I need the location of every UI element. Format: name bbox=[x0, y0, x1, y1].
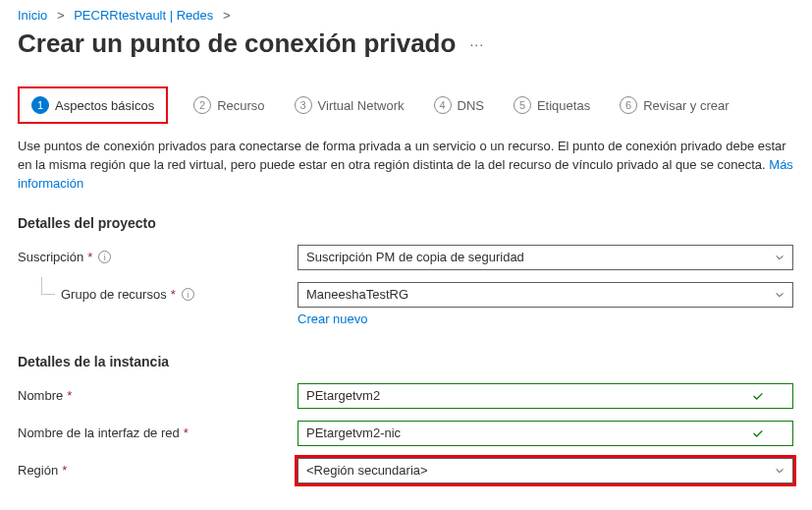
tree-branch-icon bbox=[41, 277, 55, 295]
nic-name-row: Nombre de la interfaz de red * PEtargetv… bbox=[18, 421, 794, 446]
resource-group-row: Grupo de recursos * i ManeeshaTestRG bbox=[18, 282, 794, 308]
checkmark-icon bbox=[751, 389, 765, 403]
tab-dns[interactable]: 4 DNS bbox=[430, 90, 488, 120]
subscription-select[interactable]: Suscripción PM de copia de seguridad bbox=[298, 245, 793, 270]
wizard-tabs: 1 Aspectos básicos 2 Recurso 3 Virtual N… bbox=[18, 86, 794, 124]
step-number-icon: 5 bbox=[514, 96, 531, 114]
input-value: PEtargetvm2-nic bbox=[306, 425, 401, 440]
chevron-down-icon bbox=[775, 466, 785, 476]
tab-tags[interactable]: 5 Etiquetas bbox=[510, 90, 594, 120]
tab-label: Etiquetas bbox=[537, 98, 590, 113]
info-icon[interactable]: i bbox=[98, 251, 111, 263]
subscription-row: Suscripción * i Suscripción PM de copia … bbox=[18, 245, 794, 270]
resource-group-select[interactable]: ManeeshaTestRG bbox=[298, 282, 793, 308]
step-number-icon: 1 bbox=[31, 96, 49, 114]
label-text: Región bbox=[18, 463, 58, 478]
step-number-icon: 6 bbox=[620, 96, 637, 114]
tab-resource[interactable]: 2 Recurso bbox=[189, 90, 268, 120]
select-value: Suscripción PM de copia de seguridad bbox=[306, 250, 524, 264]
tab-label: Aspectos básicos bbox=[55, 98, 154, 113]
required-icon: * bbox=[171, 287, 176, 302]
tab-label: Revisar y crear bbox=[643, 98, 729, 113]
create-new-resource-group-link[interactable]: Crear nuevo bbox=[298, 312, 368, 326]
breadcrumb: Inicio > PECRRtestvault | Redes > bbox=[18, 8, 794, 23]
region-label: Región * bbox=[18, 463, 298, 478]
label-text: Suscripción bbox=[18, 250, 83, 264]
section-project-details: Detalles del proyecto bbox=[18, 215, 794, 231]
input-value: PEtargetvm2 bbox=[306, 388, 380, 403]
required-icon: * bbox=[87, 250, 92, 264]
intro-body: Use puntos de conexión privados para con… bbox=[18, 139, 786, 172]
tab-label: Recurso bbox=[217, 98, 264, 113]
chevron-down-icon bbox=[775, 253, 785, 262]
name-input[interactable]: PEtargetvm2 bbox=[298, 383, 793, 409]
more-actions-button[interactable]: ··· bbox=[469, 36, 484, 52]
label-text: Grupo de recursos bbox=[61, 287, 167, 302]
checkmark-icon bbox=[751, 426, 765, 440]
required-icon: * bbox=[184, 425, 189, 440]
breadcrumb-home[interactable]: Inicio bbox=[18, 8, 47, 23]
step-number-icon: 4 bbox=[434, 96, 452, 114]
intro-text: Use puntos de conexión privados para con… bbox=[18, 138, 793, 194]
page-title: Crear un punto de conexión privado bbox=[18, 28, 456, 59]
page-title-row: Crear un punto de conexión privado ··· bbox=[18, 28, 794, 59]
tab-label: Virtual Network bbox=[318, 98, 405, 113]
tab-label: DNS bbox=[458, 98, 484, 113]
name-row: Nombre * PEtargetvm2 bbox=[18, 383, 794, 409]
label-text: Nombre de la interfaz de red bbox=[18, 425, 180, 440]
section-instance-details: Detalles de la instancia bbox=[18, 354, 794, 369]
name-label: Nombre * bbox=[18, 388, 298, 403]
chevron-down-icon bbox=[775, 290, 785, 300]
select-value: ManeeshaTestRG bbox=[306, 287, 408, 302]
required-icon: * bbox=[67, 388, 72, 403]
subscription-label: Suscripción * i bbox=[18, 250, 298, 264]
nic-name-input[interactable]: PEtargetvm2-nic bbox=[298, 421, 793, 446]
chevron-right-icon: > bbox=[223, 8, 231, 23]
tab-virtual-network[interactable]: 3 Virtual Network bbox=[291, 90, 408, 120]
breadcrumb-vault[interactable]: PECRRtestvault | Redes bbox=[74, 8, 213, 23]
step-number-icon: 2 bbox=[193, 96, 211, 114]
chevron-right-icon: > bbox=[57, 8, 65, 23]
tab-basics[interactable]: 1 Aspectos básicos bbox=[18, 86, 168, 124]
nic-name-label: Nombre de la interfaz de red * bbox=[18, 425, 298, 440]
region-row: Región * <Región secundaria> bbox=[18, 458, 794, 483]
region-select[interactable]: <Región secundaria> bbox=[298, 458, 793, 483]
step-number-icon: 3 bbox=[295, 96, 312, 114]
tab-review-create[interactable]: 6 Revisar y crear bbox=[616, 90, 732, 120]
resource-group-label: Grupo de recursos * i bbox=[18, 287, 298, 302]
select-value: <Región secundaria> bbox=[306, 463, 428, 478]
required-icon: * bbox=[62, 463, 67, 478]
info-icon[interactable]: i bbox=[182, 288, 194, 301]
label-text: Nombre bbox=[18, 388, 63, 403]
